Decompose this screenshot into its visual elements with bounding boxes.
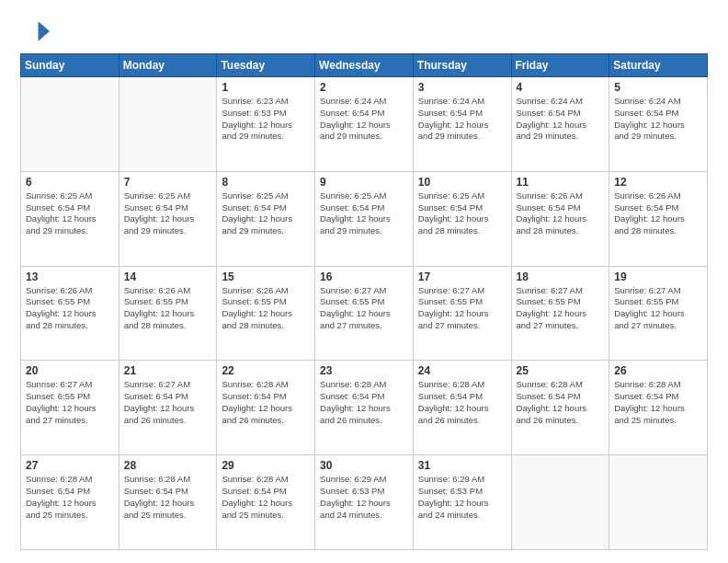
day-detail: Sunrise: 6:27 AMSunset: 6:54 PMDaylight:…	[124, 379, 212, 426]
week-row-3: 13Sunrise: 6:26 AMSunset: 6:55 PMDayligh…	[21, 266, 708, 361]
day-number: 1	[222, 81, 310, 94]
week-row-2: 6Sunrise: 6:25 AMSunset: 6:54 PMDaylight…	[21, 171, 708, 266]
day-number: 27	[26, 459, 114, 472]
calendar-cell: 21Sunrise: 6:27 AMSunset: 6:54 PMDayligh…	[119, 361, 217, 455]
day-number: 29	[222, 459, 310, 472]
svg-marker-0	[39, 21, 50, 40]
day-number: 31	[418, 459, 506, 472]
day-detail: Sunrise: 6:24 AMSunset: 6:54 PMDaylight:…	[320, 96, 408, 143]
day-number: 4	[517, 81, 605, 94]
day-detail: Sunrise: 6:26 AMSunset: 6:55 PMDaylight:…	[26, 285, 114, 332]
day-number: 15	[222, 270, 310, 283]
weekday-header-saturday: Saturday	[609, 54, 708, 77]
logo	[20, 17, 53, 46]
calendar-cell: 25Sunrise: 6:28 AMSunset: 6:54 PMDayligh…	[511, 361, 609, 455]
calendar-cell: 5Sunrise: 6:24 AMSunset: 6:54 PMDaylight…	[609, 77, 708, 172]
day-detail: Sunrise: 6:28 AMSunset: 6:54 PMDaylight:…	[517, 379, 605, 426]
calendar-cell: 16Sunrise: 6:27 AMSunset: 6:55 PMDayligh…	[315, 266, 414, 361]
day-detail: Sunrise: 6:25 AMSunset: 6:54 PMDaylight:…	[222, 190, 310, 237]
day-number: 20	[26, 364, 114, 377]
week-row-1: 1Sunrise: 6:23 AMSunset: 6:53 PMDaylight…	[21, 77, 708, 172]
calendar-cell: 11Sunrise: 6:26 AMSunset: 6:54 PMDayligh…	[511, 171, 609, 266]
calendar-cell: 1Sunrise: 6:23 AMSunset: 6:53 PMDaylight…	[217, 77, 315, 172]
header	[20, 17, 708, 46]
day-number: 10	[418, 176, 506, 189]
day-detail: Sunrise: 6:23 AMSunset: 6:53 PMDaylight:…	[222, 96, 310, 143]
day-detail: Sunrise: 6:28 AMSunset: 6:54 PMDaylight:…	[614, 379, 702, 426]
calendar-cell: 12Sunrise: 6:26 AMSunset: 6:54 PMDayligh…	[609, 171, 708, 266]
calendar-cell: 3Sunrise: 6:24 AMSunset: 6:54 PMDaylight…	[413, 77, 511, 172]
day-detail: Sunrise: 6:25 AMSunset: 6:54 PMDaylight:…	[320, 190, 408, 237]
calendar-cell	[21, 77, 119, 172]
day-detail: Sunrise: 6:27 AMSunset: 6:55 PMDaylight:…	[26, 379, 114, 426]
day-number: 17	[418, 270, 506, 283]
day-number: 24	[418, 364, 506, 377]
weekday-header-sunday: Sunday	[21, 54, 119, 77]
calendar-cell: 20Sunrise: 6:27 AMSunset: 6:55 PMDayligh…	[21, 361, 119, 455]
page: SundayMondayTuesdayWednesdayThursdayFrid…	[0, 0, 728, 563]
calendar-cell: 19Sunrise: 6:27 AMSunset: 6:55 PMDayligh…	[609, 266, 708, 361]
day-detail: Sunrise: 6:27 AMSunset: 6:55 PMDaylight:…	[320, 285, 408, 332]
calendar-cell: 13Sunrise: 6:26 AMSunset: 6:55 PMDayligh…	[21, 266, 119, 361]
weekday-header-monday: Monday	[119, 54, 217, 77]
day-detail: Sunrise: 6:28 AMSunset: 6:54 PMDaylight:…	[26, 474, 114, 521]
day-detail: Sunrise: 6:28 AMSunset: 6:54 PMDaylight:…	[418, 379, 506, 426]
calendar-cell: 28Sunrise: 6:28 AMSunset: 6:54 PMDayligh…	[119, 455, 217, 550]
day-detail: Sunrise: 6:24 AMSunset: 6:54 PMDaylight:…	[418, 96, 506, 143]
day-detail: Sunrise: 6:27 AMSunset: 6:55 PMDaylight:…	[614, 285, 702, 332]
calendar-cell: 14Sunrise: 6:26 AMSunset: 6:55 PMDayligh…	[119, 266, 217, 361]
day-number: 23	[320, 364, 408, 377]
day-number: 21	[124, 364, 212, 377]
day-number: 19	[614, 270, 702, 283]
calendar-cell	[511, 455, 609, 550]
day-detail: Sunrise: 6:28 AMSunset: 6:54 PMDaylight:…	[124, 474, 212, 521]
day-number: 8	[222, 176, 310, 189]
calendar-cell: 6Sunrise: 6:25 AMSunset: 6:54 PMDaylight…	[21, 171, 119, 266]
weekday-header-wednesday: Wednesday	[315, 54, 414, 77]
calendar-cell: 18Sunrise: 6:27 AMSunset: 6:55 PMDayligh…	[511, 266, 609, 361]
day-detail: Sunrise: 6:25 AMSunset: 6:54 PMDaylight:…	[26, 190, 114, 237]
day-detail: Sunrise: 6:24 AMSunset: 6:54 PMDaylight:…	[614, 96, 702, 143]
day-detail: Sunrise: 6:26 AMSunset: 6:55 PMDaylight:…	[124, 285, 212, 332]
day-number: 12	[614, 176, 702, 189]
day-detail: Sunrise: 6:25 AMSunset: 6:54 PMDaylight:…	[124, 190, 212, 237]
calendar-cell	[609, 455, 708, 550]
day-detail: Sunrise: 6:27 AMSunset: 6:55 PMDaylight:…	[418, 285, 506, 332]
day-number: 18	[517, 270, 605, 283]
day-number: 14	[124, 270, 212, 283]
day-detail: Sunrise: 6:28 AMSunset: 6:54 PMDaylight:…	[222, 474, 310, 521]
day-detail: Sunrise: 6:24 AMSunset: 6:54 PMDaylight:…	[517, 96, 605, 143]
calendar-cell: 17Sunrise: 6:27 AMSunset: 6:55 PMDayligh…	[413, 266, 511, 361]
calendar-cell: 24Sunrise: 6:28 AMSunset: 6:54 PMDayligh…	[413, 361, 511, 455]
day-detail: Sunrise: 6:27 AMSunset: 6:55 PMDaylight:…	[517, 285, 605, 332]
calendar-cell: 31Sunrise: 6:29 AMSunset: 6:53 PMDayligh…	[413, 455, 511, 550]
day-number: 16	[320, 270, 408, 283]
day-detail: Sunrise: 6:28 AMSunset: 6:54 PMDaylight:…	[222, 379, 310, 426]
calendar-cell: 9Sunrise: 6:25 AMSunset: 6:54 PMDaylight…	[315, 171, 414, 266]
logo-icon	[20, 17, 50, 46]
day-number: 6	[26, 176, 114, 189]
day-detail: Sunrise: 6:29 AMSunset: 6:53 PMDaylight:…	[320, 474, 408, 521]
day-number: 26	[614, 364, 702, 377]
calendar-cell: 7Sunrise: 6:25 AMSunset: 6:54 PMDaylight…	[119, 171, 217, 266]
day-detail: Sunrise: 6:25 AMSunset: 6:54 PMDaylight:…	[418, 190, 506, 237]
calendar-cell: 2Sunrise: 6:24 AMSunset: 6:54 PMDaylight…	[315, 77, 414, 172]
weekday-header-tuesday: Tuesday	[217, 54, 315, 77]
day-number: 3	[418, 81, 506, 94]
weekday-header-thursday: Thursday	[413, 54, 511, 77]
day-number: 2	[320, 81, 408, 94]
calendar-cell: 4Sunrise: 6:24 AMSunset: 6:54 PMDaylight…	[511, 77, 609, 172]
week-row-5: 27Sunrise: 6:28 AMSunset: 6:54 PMDayligh…	[21, 455, 708, 550]
day-detail: Sunrise: 6:26 AMSunset: 6:54 PMDaylight:…	[517, 190, 605, 237]
calendar-cell	[119, 77, 217, 172]
calendar-cell: 29Sunrise: 6:28 AMSunset: 6:54 PMDayligh…	[217, 455, 315, 550]
weekday-header-row: SundayMondayTuesdayWednesdayThursdayFrid…	[21, 54, 708, 77]
day-detail: Sunrise: 6:26 AMSunset: 6:54 PMDaylight:…	[614, 190, 702, 237]
weekday-header-friday: Friday	[511, 54, 609, 77]
day-number: 5	[614, 81, 702, 94]
calendar-cell: 15Sunrise: 6:26 AMSunset: 6:55 PMDayligh…	[217, 266, 315, 361]
day-detail: Sunrise: 6:28 AMSunset: 6:54 PMDaylight:…	[320, 379, 408, 426]
day-detail: Sunrise: 6:29 AMSunset: 6:53 PMDaylight:…	[418, 474, 506, 521]
calendar-cell: 10Sunrise: 6:25 AMSunset: 6:54 PMDayligh…	[413, 171, 511, 266]
calendar-cell: 26Sunrise: 6:28 AMSunset: 6:54 PMDayligh…	[609, 361, 708, 455]
